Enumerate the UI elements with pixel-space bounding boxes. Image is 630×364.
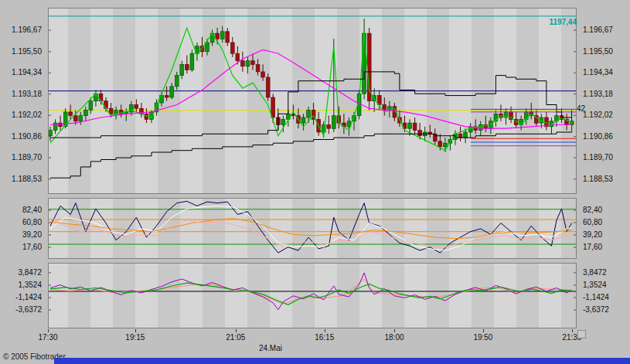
session-stripe — [158, 263, 180, 328]
session-stripe — [247, 8, 270, 194]
candle-body — [418, 131, 422, 136]
y-axis-label: 1.188,53 — [583, 175, 613, 183]
candle-body — [266, 77, 270, 97]
stochastic-panel[interactable] — [48, 198, 577, 259]
x-axis-label: 17:30 — [38, 333, 57, 342]
y-axis-label: 1.196,67 — [12, 26, 42, 34]
y-axis-label: 82,40 — [583, 206, 602, 214]
session-stripe — [113, 8, 135, 194]
candle-body — [59, 123, 63, 127]
x-axis-label: 21:05 — [226, 333, 245, 342]
session-stripe — [337, 8, 359, 194]
candle-body — [271, 97, 275, 117]
session-stripe — [113, 263, 135, 328]
candle-body — [216, 33, 220, 39]
y-axis-label: 1.190,86 — [583, 132, 613, 141]
y-axis-label: 1.196,67 — [583, 26, 613, 34]
session-stripe — [382, 263, 404, 328]
y-axis-label: 82,40 — [22, 206, 42, 214]
y-axis-label: 1.195,50 — [12, 47, 42, 56]
session-stripe — [382, 8, 404, 194]
left-price-axis: 1.196,671.195,501.194,341.193,181.192,02… — [0, 0, 45, 364]
candle-body — [150, 112, 154, 120]
candle-body — [135, 105, 138, 109]
candle-body — [246, 61, 250, 66]
candle-body — [190, 53, 194, 70]
candle-body — [241, 61, 245, 66]
x-axis-tick — [483, 329, 484, 332]
candle-body — [408, 123, 412, 128]
price-level-label: 1197,44 — [540, 18, 577, 26]
session-stripe — [68, 8, 90, 194]
x-axis-label: 19:15 — [125, 333, 145, 342]
y-axis-label: 3,8472 — [583, 268, 607, 277]
horizontal-scrollbar[interactable] — [54, 358, 630, 364]
y-axis-label: 1,3524 — [583, 281, 607, 289]
candle-body — [226, 32, 230, 43]
y-axis-label: 1.189,70 — [583, 153, 613, 162]
session-stripe — [516, 8, 539, 194]
y-axis-label: 1,3524 — [18, 281, 42, 289]
candle-body — [251, 61, 255, 65]
candle-body — [114, 111, 118, 114]
stochastic-chart[interactable] — [48, 198, 577, 259]
date-label: 24.Mai — [259, 344, 282, 352]
y-axis-label: 1.189,70 — [12, 153, 42, 162]
session-stripe — [561, 8, 577, 194]
candle-body — [458, 134, 462, 138]
candle-body — [49, 131, 53, 136]
candle-body — [69, 112, 73, 116]
candle-body — [89, 101, 93, 111]
y-axis-label: 60,80 — [22, 218, 42, 226]
candle-body — [73, 116, 77, 121]
y-axis-label: 39,20 — [583, 230, 602, 239]
y-axis-label: 39,20 — [22, 230, 42, 239]
x-axis-tick — [572, 329, 573, 332]
y-axis-label: 1.195,50 — [583, 47, 613, 56]
session-stripe — [292, 263, 315, 328]
y-axis-label: -1,1424 — [583, 293, 609, 301]
axis-corner-button[interactable] — [577, 330, 586, 338]
session-stripe — [337, 198, 359, 259]
candle-body — [185, 64, 189, 70]
y-axis-label: 17,60 — [583, 243, 602, 251]
candle-body — [84, 111, 88, 116]
x-axis-tick — [325, 329, 325, 332]
y-axis-label: 1.192,02 — [583, 111, 613, 119]
x-axis-tick — [48, 329, 49, 332]
candle-body — [327, 125, 331, 129]
y-axis-label: 1.194,34 — [583, 68, 613, 77]
candle-body — [570, 121, 574, 125]
candle-body — [256, 64, 260, 72]
y-axis-label: -3,6372 — [583, 305, 609, 314]
session-stripe — [472, 198, 494, 259]
session-stripe — [427, 8, 449, 194]
x-axis-label: 19:50 — [473, 333, 492, 342]
right-price-axis: 1.196,671.195,501.194,341.193,181.192,02… — [580, 0, 629, 364]
session-stripe — [382, 198, 404, 259]
session-stripe — [472, 263, 494, 328]
candle-body — [307, 111, 311, 118]
price-chart-panel[interactable] — [48, 8, 577, 194]
candle-body — [206, 43, 209, 52]
oscillator-chart[interactable] — [48, 263, 577, 328]
candlestick-chart[interactable] — [48, 8, 577, 194]
y-axis-label: 3,8472 — [18, 268, 42, 277]
candle-body — [444, 143, 448, 147]
candle-body — [438, 141, 442, 147]
session-stripe — [247, 198, 270, 259]
session-stripe — [472, 8, 494, 194]
oscillator-panel[interactable] — [48, 263, 577, 328]
candle-body — [236, 53, 240, 61]
candle-body — [413, 123, 417, 131]
candle-body — [200, 46, 204, 52]
candle-body — [261, 72, 265, 77]
session-stripe — [113, 198, 135, 259]
session-stripe — [68, 263, 90, 328]
candle-body — [165, 96, 169, 97]
y-axis-label: 1.193,18 — [12, 90, 42, 98]
x-axis-label: 18:00 — [385, 333, 404, 342]
fibotrader-window: 1.196,671.195,501.194,341.193,181.192,02… — [0, 0, 630, 364]
x-axis-tick — [135, 329, 136, 332]
candle-body — [175, 76, 179, 87]
